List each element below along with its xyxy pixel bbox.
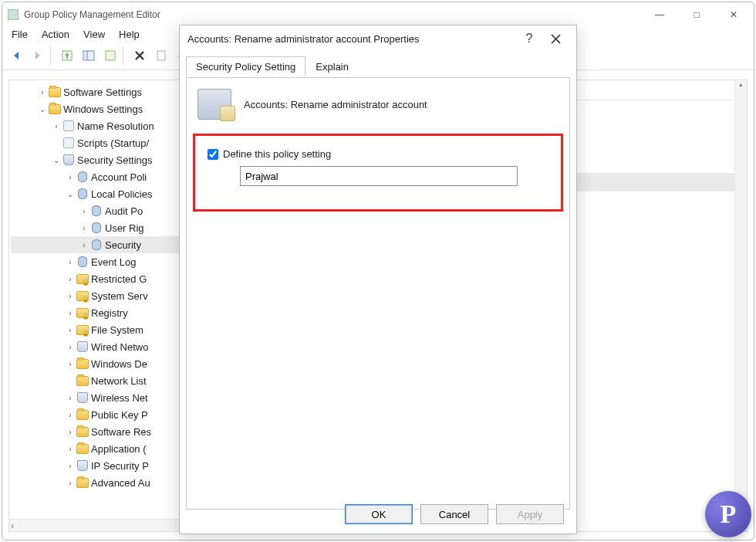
apply-button[interactable]: Apply — [496, 504, 564, 524]
tab-explain[interactable]: Explain — [305, 56, 359, 77]
define-policy-checkbox-row[interactable]: Define this policy setting — [208, 148, 548, 160]
chevron-icon[interactable]: › — [66, 462, 74, 470]
tree-label: User Rig — [105, 222, 144, 234]
chevron-icon[interactable]: › — [66, 411, 74, 419]
tree-label: Application ( — [91, 443, 147, 455]
help-button[interactable]: ? — [516, 32, 542, 46]
policy-icon — [197, 89, 231, 120]
show-hide-tree-button[interactable] — [79, 46, 98, 65]
chevron-icon[interactable]: › — [66, 258, 74, 266]
svg-rect-5 — [157, 51, 165, 60]
menu-action[interactable]: Action — [42, 29, 69, 40]
scroll-icon — [62, 120, 76, 131]
flock-icon — [76, 274, 89, 284]
tree-label: Restricted G — [91, 273, 147, 285]
titlebar: Group Policy Management Editor — □ ✕ — [2, 2, 754, 27]
tree-label: Software Res — [91, 426, 151, 438]
tree-label: Account Poli — [91, 171, 147, 183]
folder-icon — [48, 87, 62, 97]
tree-label: Advanced Au — [91, 477, 150, 489]
tree-label: Windows Settings — [63, 103, 143, 115]
app-icon — [7, 8, 19, 21]
tree-label: Security Settings — [77, 154, 153, 166]
menu-help[interactable]: Help — [119, 29, 140, 40]
dialog-titlebar: Accounts: Rename administrator account P… — [180, 25, 576, 52]
chevron-icon[interactable]: › — [66, 173, 74, 181]
back-button[interactable] — [7, 46, 25, 65]
chevron-icon[interactable]: › — [52, 122, 60, 130]
chevron-icon[interactable]: › — [80, 241, 88, 249]
export-button[interactable] — [152, 46, 170, 65]
chevron-icon[interactable]: ⌄ — [66, 190, 74, 198]
folder-icon — [76, 444, 89, 454]
maximize-button[interactable]: □ — [689, 7, 704, 22]
properties-button[interactable] — [101, 46, 120, 65]
tab-security-policy-setting[interactable]: Security Policy Setting — [186, 56, 305, 77]
chevron-icon[interactable]: › — [66, 326, 74, 334]
tree-label: Wired Netwo — [91, 341, 148, 353]
chevron-icon[interactable]: › — [66, 275, 74, 283]
chevron-icon[interactable]: › — [66, 360, 74, 368]
close-button[interactable]: ✕ — [726, 7, 741, 22]
scroll-icon — [62, 137, 76, 148]
ok-button[interactable]: OK — [345, 504, 413, 524]
tree-label: Registry — [91, 307, 128, 319]
shield-icon — [76, 460, 89, 471]
folder-icon — [48, 104, 62, 114]
db-icon — [89, 239, 103, 250]
minimize-button[interactable]: — — [652, 7, 667, 22]
tree-label: IP Security P — [91, 460, 149, 472]
tree-label: File System — [91, 324, 143, 336]
tree-label: Name Resolution — [77, 120, 154, 132]
folder-icon — [76, 359, 89, 369]
svg-rect-4 — [106, 51, 115, 60]
shield-icon — [62, 154, 76, 165]
chevron-icon[interactable]: › — [66, 445, 74, 453]
tree-label: Local Policies — [91, 188, 153, 200]
tree-label: Windows De — [91, 358, 147, 370]
policy-heading: Accounts: Rename administrator account — [244, 99, 427, 110]
policy-value-input[interactable] — [240, 166, 518, 186]
properties-dialog: Accounts: Rename administrator account P… — [179, 25, 577, 534]
tree-label: Wireless Net — [91, 392, 148, 404]
chevron-icon[interactable]: › — [66, 309, 74, 317]
tree-label: System Serv — [91, 290, 148, 302]
db-icon — [76, 188, 89, 199]
define-policy-checkbox[interactable] — [208, 149, 218, 160]
shield-icon — [76, 392, 89, 403]
flock-icon — [76, 325, 89, 335]
chevron-icon[interactable]: ⌄ — [52, 156, 60, 164]
chevron-icon[interactable]: › — [80, 224, 88, 232]
tree-label: Security — [105, 239, 141, 251]
dialog-close-button[interactable] — [542, 34, 569, 44]
dialog-title: Accounts: Rename administrator account P… — [187, 33, 516, 45]
chevron-icon[interactable]: › — [66, 394, 74, 402]
forward-button[interactable] — [29, 46, 47, 65]
vertical-scrollbar[interactable] — [734, 80, 747, 531]
separator — [50, 46, 55, 65]
tree-label: Network List — [91, 375, 147, 387]
chevron-icon[interactable]: › — [66, 292, 74, 300]
chevron-icon[interactable]: › — [66, 428, 74, 436]
db-icon — [89, 222, 103, 233]
chevron-icon[interactable]: › — [66, 479, 74, 487]
up-button[interactable] — [58, 46, 76, 65]
delete-button[interactable] — [130, 46, 149, 65]
db-icon — [76, 256, 89, 267]
svg-rect-2 — [83, 51, 94, 60]
folder-icon — [76, 376, 89, 386]
tree-label: Audit Po — [105, 205, 143, 217]
tree-label: Scripts (Startup/ — [77, 137, 149, 149]
chevron-icon[interactable]: › — [66, 343, 74, 351]
chevron-icon[interactable]: › — [39, 88, 46, 97]
cancel-button[interactable]: Cancel — [420, 504, 488, 524]
separator — [123, 46, 127, 65]
chevron-icon[interactable]: ⌄ — [39, 105, 46, 113]
tree-label: Software Settings — [63, 86, 142, 98]
db-icon — [76, 171, 89, 182]
chevron-icon[interactable]: › — [80, 207, 88, 215]
menu-view[interactable]: View — [83, 29, 105, 40]
menu-file[interactable]: File — [12, 29, 28, 40]
define-policy-label: Define this policy setting — [223, 148, 331, 160]
dialog-tabs: Security Policy Setting Explain — [180, 56, 576, 77]
